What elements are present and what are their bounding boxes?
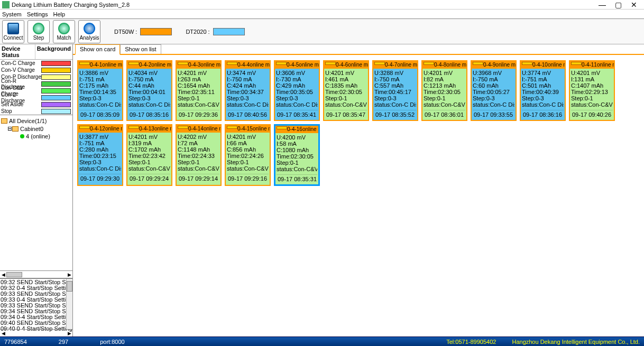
card-timestamp: 09-17 09:29:16 [227,174,269,183]
device-card[interactable]: 0-4-6online modeU:4201 mVI:461 mAC:1835 … [323,60,369,121]
log-line: 09:34 SEND Start/Stop Settings [1,308,72,314]
device-card[interactable]: 0-4-2online modeU:4034 mVI:-750 mAC:44 m… [126,60,172,121]
card-step: Step:0-3 [374,95,416,101]
device-card[interactable]: 0-4-13online modeU:4201 mVI:319 mAC:1702… [126,124,172,186]
tree-leaf-label: 4 (online) [26,133,50,139]
device-card[interactable]: 0-4-12online modeU:3877 mVI:-751 mAC:280… [77,124,123,186]
card-body: U:3606 mVI:-730 mAC:429 mAhTime:00:35:05… [275,69,319,120]
device-card[interactable]: 0-4-16online modeU:4200 mVI:58 mAC:1080 … [274,124,320,186]
card-bar-icon [227,62,237,65]
card-status: status:Con-C&V C... [424,101,465,108]
card-body: U:4201 mVI:461 mAC:1835 mAhTime:02:30:05… [324,69,368,120]
status-row-label: Set Aside [0,101,41,107]
match-button[interactable]: Match [53,20,75,43]
card-current: I:-750 mA [227,76,269,82]
log-line: 09:32 SEND Start/Stop Settings [1,279,72,285]
card-step: Step:0-3 [276,95,318,101]
status-row-color [41,109,71,114]
tree-hscroll[interactable]: ◀▶ [0,270,72,278]
log-line: 09:33 SEND Start/Stop Settings [1,303,72,308]
device-tree[interactable]: All Device(1/1) ⊟Cabinet0 4 (online) ◀▶ [0,115,72,278]
card-time: Time:00:40:39 [522,89,564,95]
scroll-thumb[interactable] [67,281,72,292]
analysis-button[interactable]: Analysis [78,20,100,43]
log-line: 09:33 SEND Start/Stop Settings [1,291,72,297]
card-bar-icon [325,62,336,65]
scroll-thumb[interactable] [6,272,22,277]
device-card[interactable]: 0-4-5online modeU:3606 mVI:-730 mAC:429 … [274,60,320,121]
device-card[interactable]: 0-4-10online modeU:3774 mVI:-751 mAC:501… [520,60,566,121]
card-body: U:4201 mVI:131 mAC:1407 mAhTime:02:29:13… [570,69,614,120]
card-voltage: U:3886 mV [79,70,121,76]
left-panel: Device Status Background Con-C ChargeCon… [0,44,73,336]
tree-device[interactable]: 4 (online) [1,133,71,140]
log-vscroll[interactable] [66,279,72,329]
analysis-label: Analysis [79,35,99,41]
log-hscroll[interactable]: ◀▶ [0,329,72,336]
card-header: 0-4-6online mode [324,61,368,69]
device-card[interactable]: 0-4-11online modeU:4201 mVI:131 mAC:1407… [569,60,615,121]
card-voltage: U:3474 mV [227,70,269,76]
log-line: 09:32 0-4 Start/Stop Settings S [1,285,72,291]
card-body: U:4202 mVI:72 mAC:1148 mAhTime:02:24:33S… [177,133,220,184]
card-capacity: C:175 mAh [79,82,121,89]
tree-cabinet[interactable]: ⊟Cabinet0 [1,125,71,133]
scroll-right-icon[interactable]: ▶ [66,272,72,277]
tab-card[interactable]: Show on card [75,44,120,55]
tree-root[interactable]: All Device(1/1) [1,117,71,125]
card-step: Step:0-1 [325,95,367,101]
minimize-button[interactable]: — [594,1,610,9]
status-row-color [41,102,71,107]
maximize-button[interactable]: ▢ [610,1,626,9]
tab-list[interactable]: Show on list [120,44,161,54]
window-title: Dekang Lithium Battery Charging System_2… [12,2,594,8]
device-card[interactable]: 0-4-7online modeU:3288 mVI:-750 mAC:557 … [372,60,418,121]
close-button[interactable]: ✕ [626,1,642,9]
card-current: I:263 mA [178,76,219,82]
scroll-right-icon[interactable]: ▶ [66,331,72,336]
dt2020-swatch [213,28,245,35]
card-bar-icon [178,62,188,65]
status-row-label: Con-C Charge [0,60,41,66]
view-tabs: Show on card Show on list [73,44,644,55]
card-status: status:Con-C Disch... [79,101,121,108]
card-time: Time:00:34:37 [227,89,269,95]
card-status: status:Con-C Disch... [374,101,416,108]
status-company: Hangzhou Dekang Intelligent Equipment Co… [512,339,640,345]
card-header: 0-4-8online mode [422,61,466,69]
status-row-color [41,88,71,93]
device-card[interactable]: 0-4-15online modeU:4201 mVI:66 mAC:856 m… [225,124,271,186]
card-timestamp: 09-17 08:36:16 [522,110,564,119]
card-timestamp: 09-17 09:33:55 [473,110,514,119]
menu-help[interactable]: Help [53,11,65,17]
log-line: 09:33 0-4 Start/Stop Settings S [1,297,72,303]
card-body: U:4201 mVI:263 mAC:1654 mAhTime:02:35:11… [177,69,220,120]
menu-system[interactable]: System [2,11,22,17]
card-header: 0-4-14online mode [177,125,220,133]
device-card[interactable]: 0-4-14online modeU:4202 mVI:72 mAC:1148 … [176,124,222,186]
device-card[interactable]: 0-4-4online modeU:3474 mVI:-750 mAC:424 … [225,60,271,121]
device-card[interactable]: 0-4-3online modeU:4201 mVI:263 mAC:1654 … [176,60,222,121]
status-port: port:8000 [100,339,124,345]
card-current: I:-750 mA [128,76,170,82]
card-step: Step:0-1 [227,159,269,165]
device-card[interactable]: 0-4-9online modeU:3968 mVI:-750 mAC:60 m… [471,60,517,121]
card-status: status:Con-C&V C... [227,165,269,172]
device-card[interactable]: 0-4-8online modeU:4201 mVI:82 mAC:1213 m… [421,60,467,121]
card-time: Time:02:29:13 [571,89,613,95]
status-legend-header: Device Status Background [0,44,72,60]
card-header: 0-4-3online mode [177,61,220,69]
card-header: 0-4-12online mode [78,125,122,133]
menu-settings[interactable]: Settings [27,11,48,17]
scroll-left-icon[interactable]: ◀ [0,272,6,277]
log-box: 09:32 SEND Start/Stop Settings09:32 0-4 … [0,278,72,336]
status-row: Con-C Charge [0,60,72,67]
status-hdr-2: Background [35,44,72,59]
connect-button[interactable]: Connect [2,20,24,43]
card-voltage: U:4201 mV [325,70,367,76]
scroll-left-icon[interactable]: ◀ [0,331,6,336]
device-card[interactable]: 0-4-1online modeU:3886 mVI:-751 mAC:175 … [77,60,123,121]
folder-icon [12,126,19,132]
step-button[interactable]: Step [27,20,50,43]
dt2020-label: DT2020 : [186,29,209,35]
